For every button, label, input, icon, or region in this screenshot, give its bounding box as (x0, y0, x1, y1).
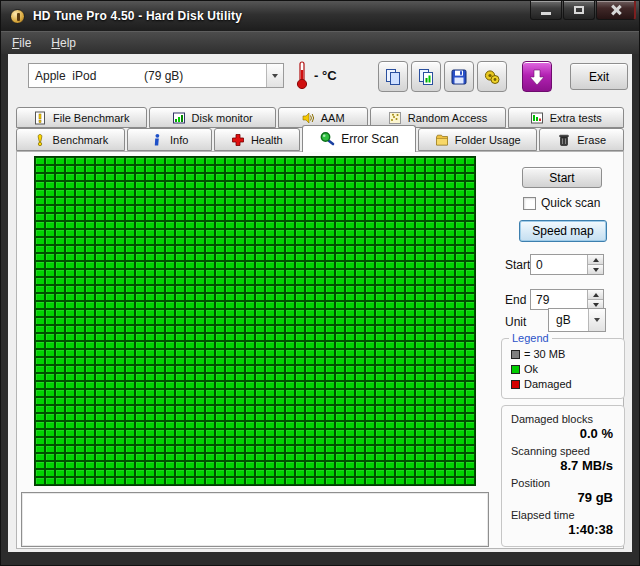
tab-health[interactable]: Health (214, 128, 300, 151)
quick-scan-option[interactable]: Quick scan (523, 196, 600, 210)
spin-up-button[interactable] (588, 255, 603, 265)
scan-block (115, 285, 125, 293)
scan-block (125, 325, 135, 333)
unit-value: gB (549, 313, 588, 327)
scan-block (135, 309, 145, 317)
scan-block (465, 429, 475, 437)
scan-block (75, 197, 85, 205)
start-scan-button[interactable]: Start (522, 167, 602, 188)
close-button[interactable] (596, 1, 636, 20)
exit-button[interactable]: Exit (570, 63, 628, 90)
unit-select[interactable]: gB (548, 308, 606, 332)
tab-info[interactable]: Info (127, 128, 212, 151)
scan-block (265, 437, 275, 445)
tab-disk-monitor[interactable]: Disk monitor (149, 107, 276, 128)
scan-block (435, 181, 445, 189)
scan-block (275, 397, 285, 405)
scan-block (135, 429, 145, 437)
tab-folder-usage[interactable]: Folder Usage (418, 128, 537, 151)
scan-block (285, 333, 295, 341)
scan-block (435, 405, 445, 413)
scan-block (145, 333, 155, 341)
scan-block (185, 357, 195, 365)
scan-block (415, 165, 425, 173)
scan-block (465, 357, 475, 365)
scan-block (115, 309, 125, 317)
scan-block (85, 229, 95, 237)
scan-block (85, 181, 95, 189)
scan-block (465, 437, 475, 445)
scan-block (225, 325, 235, 333)
scan-block (405, 461, 415, 469)
scan-block (185, 221, 195, 229)
range-end-input[interactable]: 79 (530, 289, 604, 310)
drive-select-arrow[interactable] (266, 64, 283, 87)
scan-block (235, 461, 245, 469)
scan-block (165, 389, 175, 397)
spin-up-button[interactable] (588, 290, 603, 300)
scan-block (255, 301, 265, 309)
unit-select-arrow[interactable] (588, 309, 605, 331)
scan-block (325, 173, 335, 181)
scan-block (275, 197, 285, 205)
update-button[interactable] (522, 61, 552, 92)
legend-item-block-size: = 30 MB (511, 348, 624, 360)
tab-file-benchmark[interactable]: File Benchmark (16, 107, 147, 128)
scan-block (335, 413, 345, 421)
tab-erase[interactable]: Erase (539, 128, 624, 151)
scan-block (155, 397, 165, 405)
scan-block (345, 301, 355, 309)
options-button[interactable] (477, 61, 507, 92)
scan-block (305, 269, 315, 277)
scan-block (175, 205, 185, 213)
scan-block (185, 269, 195, 277)
menu-file[interactable]: File (12, 36, 31, 50)
scan-block (435, 389, 445, 397)
minimize-button[interactable] (530, 1, 562, 20)
scan-block (95, 325, 105, 333)
scan-block (445, 221, 455, 229)
scan-block (465, 309, 475, 317)
scan-block (195, 373, 205, 381)
scan-block (355, 453, 365, 461)
maximize-button[interactable] (563, 1, 595, 20)
scan-block (365, 229, 375, 237)
scan-block (145, 461, 155, 469)
scan-block (305, 173, 315, 181)
drive-select[interactable]: Apple iPod (79 gB) (28, 63, 284, 88)
client-area: Apple iPod (79 gB) - °C (8, 54, 632, 552)
tab-error-scan[interactable]: Error Scan (302, 125, 416, 152)
scan-block (245, 469, 255, 477)
scan-block (85, 469, 95, 477)
scan-block (385, 461, 395, 469)
scan-block (125, 293, 135, 301)
scan-block (275, 461, 285, 469)
tab-benchmark[interactable]: Benchmark (16, 128, 125, 151)
scan-block (165, 437, 175, 445)
menu-help[interactable]: Help (51, 36, 76, 50)
scan-block (405, 325, 415, 333)
speed-map-button[interactable]: Speed map (519, 220, 607, 242)
scan-block (85, 397, 95, 405)
tab-extra-tests[interactable]: Extra tests (508, 107, 624, 128)
scan-block (345, 349, 355, 357)
scan-block (255, 373, 265, 381)
quick-scan-checkbox[interactable] (523, 197, 536, 210)
scan-block (215, 437, 225, 445)
copy-image-button[interactable] (411, 61, 441, 92)
scan-block (205, 373, 215, 381)
range-start-input[interactable]: 0 (530, 254, 604, 275)
scan-block (435, 397, 445, 405)
scan-block (205, 173, 215, 181)
copy-text-button[interactable] (378, 61, 408, 92)
scan-block (75, 469, 85, 477)
scan-block (35, 333, 45, 341)
spin-down-button[interactable] (588, 265, 603, 274)
scan-block (55, 261, 65, 269)
scan-block (355, 181, 365, 189)
scan-block (255, 173, 265, 181)
scan-block (35, 397, 45, 405)
save-button[interactable] (444, 61, 474, 92)
scan-block (375, 205, 385, 213)
scan-block (105, 285, 115, 293)
